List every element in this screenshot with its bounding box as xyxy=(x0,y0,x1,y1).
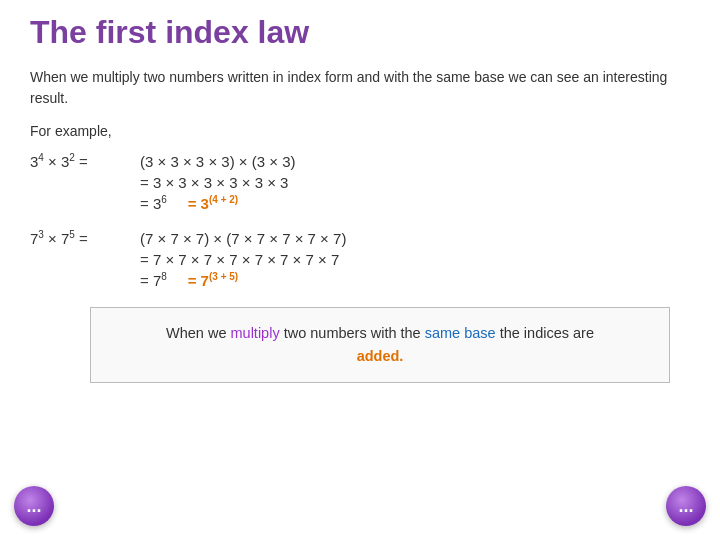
summary-text-2: two numbers with the xyxy=(280,325,425,341)
summary-box: When we multiply two numbers with the sa… xyxy=(90,307,670,383)
summary-multiply: multiply xyxy=(230,325,279,341)
example2-label: 73 × 75 = xyxy=(30,230,140,247)
example2-line1: (7 × 7 × 7) × (7 × 7 × 7 × 7 × 7) xyxy=(140,230,346,247)
example1-line1: (3 × 3 × 3 × 3) × (3 × 3) xyxy=(140,153,296,170)
example1-line2: = 3 × 3 × 3 × 3 × 3 × 3 xyxy=(140,174,288,191)
summary-same-base: same base xyxy=(425,325,496,341)
example1-row3: = 36 = 3(4 + 2) xyxy=(140,195,690,212)
example1-line3: = 36 = 3(4 + 2) xyxy=(140,195,238,212)
for-example-label: For example, xyxy=(30,123,690,139)
summary-text-1: When we xyxy=(166,325,230,341)
example2-line3: = 78 = 7(3 + 5) xyxy=(140,272,238,289)
example1-row1: 34 × 32 = (3 × 3 × 3 × 3) × (3 × 3) xyxy=(30,153,690,170)
example2-row1: 73 × 75 = (7 × 7 × 7) × (7 × 7 × 7 × 7 ×… xyxy=(30,230,690,247)
prev-button[interactable]: ... xyxy=(14,486,54,526)
example2-row3: = 78 = 7(3 + 5) xyxy=(140,272,690,289)
example1-label: 34 × 32 = xyxy=(30,153,140,170)
page-title: The first index law xyxy=(30,14,690,51)
example2-line2: = 7 × 7 × 7 × 7 × 7 × 7 × 7 × 7 xyxy=(140,251,339,268)
prev-icon: ... xyxy=(26,497,41,515)
example2-row2: = 7 × 7 × 7 × 7 × 7 × 7 × 7 × 7 xyxy=(140,251,690,268)
example1-section: 34 × 32 = (3 × 3 × 3 × 3) × (3 × 3) = 3 … xyxy=(30,153,690,212)
example1-row2: = 3 × 3 × 3 × 3 × 3 × 3 xyxy=(140,174,690,191)
summary-text-3: the indices are xyxy=(496,325,594,341)
example2-section: 73 × 75 = (7 × 7 × 7) × (7 × 7 × 7 × 7 ×… xyxy=(30,230,690,289)
intro-text: When we multiply two numbers written in … xyxy=(30,67,690,109)
next-icon: ... xyxy=(678,497,693,515)
next-button[interactable]: ... xyxy=(666,486,706,526)
summary-added: added. xyxy=(357,348,404,364)
